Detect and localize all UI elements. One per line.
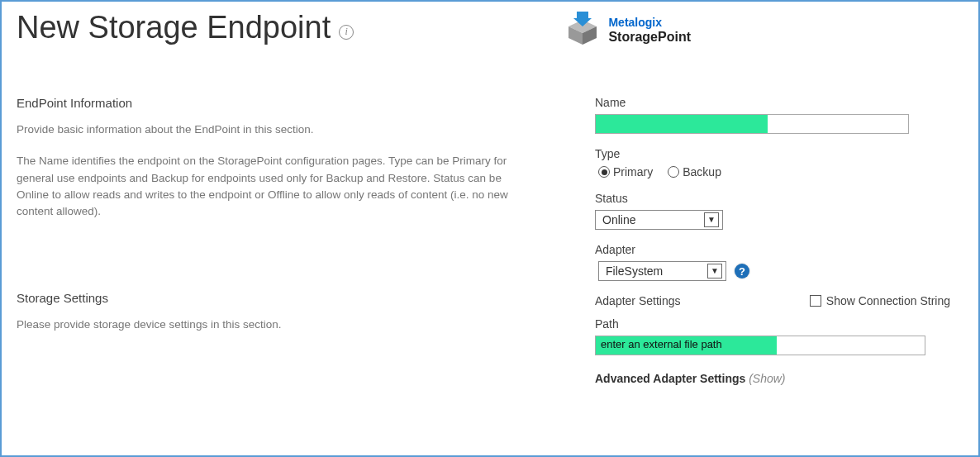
status-label: Status [595, 192, 963, 205]
content-columns: EndPoint Information Provide basic infor… [17, 96, 963, 385]
page-title-text: New Storage Endpoint [17, 10, 331, 45]
adapter-field: Adapter FileSystem ▼ ? [595, 243, 963, 281]
advanced-settings-label: Advanced Adapter Settings [595, 372, 745, 385]
endpoint-info-intro: Provide basic information about the EndP… [17, 121, 512, 138]
path-label: Path [595, 317, 963, 331]
storage-settings-desc: Please provide storage device settings i… [17, 317, 512, 333]
box-icon [564, 10, 602, 50]
radio-backup[interactable]: Backup [668, 165, 721, 179]
type-radio-group: Primary Backup [595, 165, 963, 179]
right-column: Name Type Primary Backup Status [562, 96, 963, 385]
page-container: New Storage Endpoint i Metalogix Storage… [0, 0, 980, 457]
product-logo: Metalogix StoragePoint [564, 10, 691, 50]
show-connection-label: Show Connection String [826, 294, 950, 307]
radio-primary[interactable]: Primary [598, 165, 653, 179]
show-connection-checkbox[interactable]: Show Connection String [810, 294, 950, 307]
endpoint-info-heading: EndPoint Information [17, 96, 512, 110]
left-column: EndPoint Information Provide basic infor… [17, 96, 512, 385]
chevron-down-icon: ▼ [707, 264, 722, 278]
type-label: Type [595, 147, 963, 160]
radio-icon [598, 166, 610, 178]
status-field: Status Online ▼ [595, 192, 963, 230]
status-value: Online [602, 213, 635, 226]
status-select[interactable]: Online ▼ [595, 210, 723, 230]
type-field: Type Primary Backup [595, 147, 963, 179]
path-field: Path enter an external file path [595, 317, 963, 355]
info-icon[interactable]: i [339, 25, 354, 40]
storage-settings-heading: Storage Settings [17, 291, 512, 305]
adapter-label: Adapter [595, 243, 963, 256]
logo-product: StoragePoint [608, 29, 691, 45]
endpoint-info-desc: The Name identifies the endpoint on the … [17, 153, 512, 220]
logo-brand: Metalogix [608, 16, 691, 30]
logo-text: Metalogix StoragePoint [608, 16, 691, 45]
adapter-value: FileSystem [606, 264, 663, 278]
radio-icon [668, 166, 679, 178]
adapter-settings-label: Adapter Settings [595, 294, 681, 307]
show-link[interactable]: (Show) [749, 372, 785, 385]
advanced-settings-row: Advanced Adapter Settings (Show) [595, 372, 963, 385]
name-input[interactable] [595, 114, 909, 134]
radio-primary-label: Primary [613, 165, 653, 179]
chevron-down-icon: ▼ [704, 212, 719, 227]
name-label: Name [595, 96, 963, 109]
path-input[interactable] [595, 336, 925, 355]
page-title: New Storage Endpoint i [17, 10, 354, 45]
help-icon[interactable]: ? [735, 264, 749, 278]
adapter-settings-row: Adapter Settings Show Connection String [595, 294, 950, 307]
name-field: Name [595, 96, 963, 134]
adapter-select[interactable]: FileSystem ▼ [598, 261, 726, 281]
checkbox-icon [810, 295, 821, 307]
page-header: New Storage Endpoint i Metalogix Storage… [17, 10, 963, 50]
radio-backup-label: Backup [683, 165, 721, 179]
